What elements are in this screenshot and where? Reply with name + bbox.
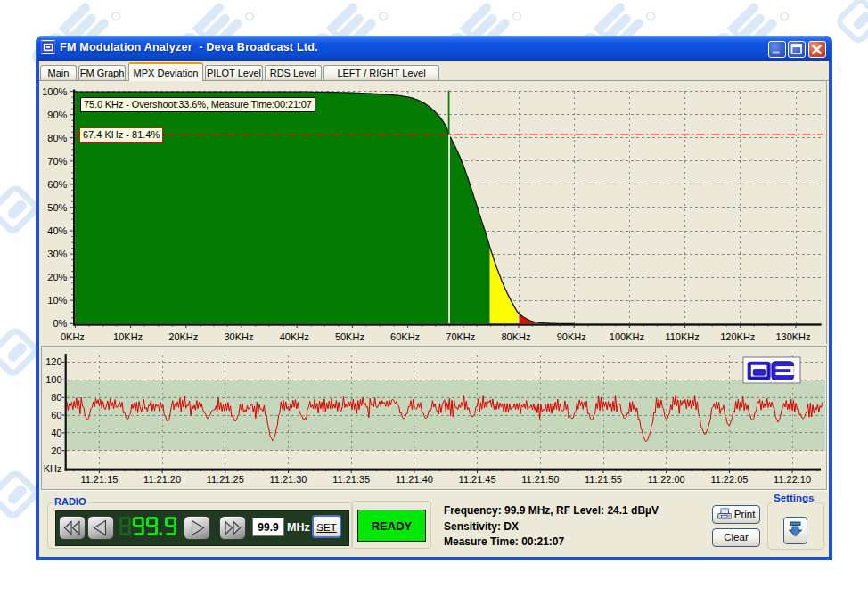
svg-text:40KHz: 40KHz xyxy=(280,331,309,342)
svg-text:0%: 0% xyxy=(53,318,67,329)
svg-text:20: 20 xyxy=(51,445,61,456)
svg-text:11:21:25: 11:21:25 xyxy=(207,474,244,485)
svg-text:10%: 10% xyxy=(47,295,67,306)
svg-text:11:21:45: 11:21:45 xyxy=(459,474,496,485)
svg-text:100%: 100% xyxy=(42,86,67,97)
svg-text:70KHz: 70KHz xyxy=(446,331,475,342)
svg-text:11:21:15: 11:21:15 xyxy=(80,474,118,485)
svg-text:70%: 70% xyxy=(47,156,67,167)
svg-text:100: 100 xyxy=(45,374,61,385)
svg-text:11:21:55: 11:21:55 xyxy=(585,474,622,485)
svg-text:110KHz: 110KHz xyxy=(665,331,699,342)
svg-text:11:22:05: 11:22:05 xyxy=(710,474,748,485)
svg-text:11:21:50: 11:21:50 xyxy=(521,474,559,485)
svg-text:90%: 90% xyxy=(47,110,67,120)
svg-text:80KHz: 80KHz xyxy=(501,331,530,342)
svg-text:0KHz: 0KHz xyxy=(61,331,85,342)
svg-text:80: 80 xyxy=(51,392,61,403)
svg-text:50%: 50% xyxy=(47,202,67,213)
svg-text:20%: 20% xyxy=(47,272,67,282)
svg-text:11:21:20: 11:21:20 xyxy=(143,474,181,485)
svg-text:11:21:40: 11:21:40 xyxy=(396,474,433,485)
svg-text:30%: 30% xyxy=(47,249,67,259)
svg-text:30KHz: 30KHz xyxy=(224,331,253,342)
svg-text:120: 120 xyxy=(45,356,61,367)
svg-text:60: 60 xyxy=(51,410,61,420)
svg-text:20KHz: 20KHz xyxy=(168,331,198,342)
svg-text:11:22:10: 11:22:10 xyxy=(774,474,811,485)
svg-text:11:22:00: 11:22:00 xyxy=(648,474,685,485)
svg-text:120KHz: 120KHz xyxy=(720,331,755,342)
svg-text:100KHz: 100KHz xyxy=(610,331,644,342)
svg-text:80%: 80% xyxy=(47,133,67,143)
svg-text:40: 40 xyxy=(51,428,61,438)
svg-text:KHz: KHz xyxy=(44,463,62,474)
svg-text:40%: 40% xyxy=(47,225,67,236)
svg-text:60KHz: 60KHz xyxy=(390,331,420,342)
svg-text:11:21:30: 11:21:30 xyxy=(269,474,307,485)
svg-text:90KHz: 90KHz xyxy=(557,331,586,342)
svg-text:60%: 60% xyxy=(47,179,67,190)
svg-text:10KHz: 10KHz xyxy=(113,331,143,342)
svg-text:11:21:35: 11:21:35 xyxy=(332,474,370,485)
svg-text:50KHz: 50KHz xyxy=(335,331,364,342)
svg-text:130KHz: 130KHz xyxy=(775,331,810,342)
